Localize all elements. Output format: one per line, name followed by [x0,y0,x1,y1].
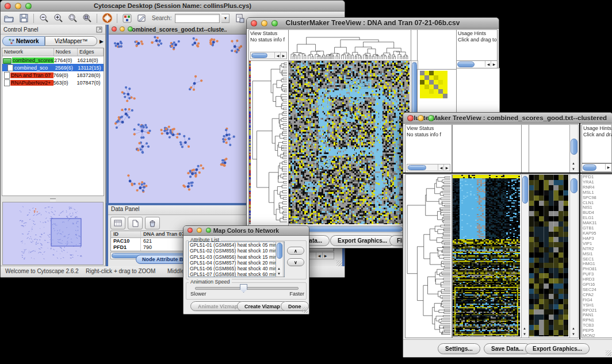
matrix-cell[interactable] [420,75,424,80]
settings-button[interactable]: Settings... [438,343,480,354]
hints-hscrollbar[interactable]: ▶ [582,163,612,172]
matrix-cell[interactable] [434,75,438,80]
attribute-list-vscrollbar[interactable]: ▲▼ [276,242,284,277]
attribute-item[interactable]: GPL51-07 (GSM868) heat shock 60 min [190,271,284,277]
matrix-cell[interactable] [443,75,447,80]
vizmap-icon[interactable] [121,13,133,24]
annotation-icon[interactable] [135,13,148,24]
matrix-cell[interactable] [424,80,429,85]
attribute-list[interactable]: GPL51-01 (GSM854) heat shock 05 minGPL51… [188,242,285,277]
matrix-cell[interactable] [434,89,438,94]
close-button[interactable] [188,228,193,233]
matrix-cell[interactable] [424,94,429,98]
matrix-cell[interactable] [434,71,438,75]
matrix-cell[interactable] [443,85,447,89]
scrollbar-thumb[interactable] [583,164,596,171]
matrix-cell[interactable] [438,80,443,85]
search-input[interactable] [175,14,220,23]
matrix-cell[interactable] [434,94,438,98]
close-button[interactable] [251,20,257,26]
attribute-item[interactable]: GPL51-04 (GSM857) heat shock 20 min [190,260,284,266]
attribute-batch-icon[interactable] [234,13,246,24]
matrix-cell[interactable] [443,89,447,94]
scrollbar-thumb[interactable] [408,165,426,170]
network-frame-titlebar[interactable]: combined_scores_good.txt--cluste... [109,25,247,35]
dialog-titlebar[interactable]: Map Colors to Network [183,226,309,236]
matrix-cell[interactable] [424,71,429,75]
matrix-cell[interactable] [424,75,429,80]
matrix-cell[interactable] [429,80,434,85]
search-dropdown-button[interactable]: ▼ [221,14,230,23]
more-tabs-arrow[interactable]: ▶ [100,39,104,44]
zoom-button[interactable] [128,26,133,32]
hints-hscrollbar[interactable]: ◀▶ [456,60,498,68]
row-dendrogram[interactable] [405,174,452,338]
resize-grip[interactable] [606,350,611,356]
heatmap-vscrollbar[interactable]: ▲▼ [521,174,529,338]
matrix-cell[interactable] [438,75,443,80]
minimize-button[interactable] [197,228,202,233]
matrix-cell[interactable] [429,94,434,98]
main-heatmap[interactable] [452,174,522,338]
panel-divider[interactable] [2,197,104,202]
new-attribute-icon[interactable] [128,217,143,229]
matrix-cell[interactable] [429,71,434,75]
create-vizmap-button[interactable]: Create Vizmap [237,301,288,311]
zoom-button[interactable] [428,115,434,121]
matrix-cell[interactable] [434,85,438,89]
save-icon[interactable] [17,13,30,24]
treeview2-titlebar[interactable]: ClusterMaker TreeView : combined_scores_… [403,113,612,124]
attribute-item[interactable]: GPL51-02 (GSM855) heat shock 10 min [190,248,284,254]
matrix-cell[interactable] [443,71,447,75]
close-button[interactable] [407,115,414,121]
network-view[interactable] [109,35,242,209]
scrollbar-thumb[interactable] [571,178,577,193]
matrix-cell[interactable] [443,80,447,85]
matrix-cell[interactable] [443,94,447,98]
matrix-cell[interactable] [438,71,443,75]
matrix-cell[interactable] [438,94,443,98]
matrix-cell[interactable] [429,89,434,94]
move-up-button[interactable]: ∧ [287,247,304,255]
zoom-button[interactable] [206,228,211,233]
row-dendrogram[interactable] [248,60,289,226]
network-list-row[interactable]: combined_scores 2764(0) 16218(0) [2,56,104,64]
column-labels-vscrollbar[interactable]: ▲▼ [569,124,579,173]
column-dendrogram[interactable] [288,29,411,61]
select-attributes-icon[interactable] [110,217,125,229]
minimize-button[interactable] [120,26,125,32]
main-heatmap[interactable] [288,60,411,226]
matrix-cell[interactable] [420,71,424,75]
close-button[interactable] [112,26,117,32]
zoom-in-icon[interactable] [52,13,64,24]
network-list-row[interactable]: DNA and Tran 07 769(0) 183728(0) [2,71,104,79]
matrix-cell[interactable] [429,85,434,89]
scrollbar-thumb[interactable] [457,62,475,67]
treeview1-titlebar[interactable]: ClusterMaker TreeView : DNA and Tran 07-… [247,18,499,29]
open-folder-icon[interactable] [3,13,16,24]
matrix-cell[interactable] [434,80,438,85]
status-hscrollbar[interactable]: ◀▶ [407,164,450,171]
network-list-row[interactable]: RNAPuberNov2+ 563(0) 107847(0) [2,79,104,86]
matrix-cell[interactable] [438,85,443,89]
matrix-cell[interactable] [424,89,429,94]
zoom-out-icon[interactable] [37,13,50,24]
resize-grip[interactable] [302,307,308,313]
matrix-cell[interactable] [438,89,443,94]
attribute-item[interactable]: GPL51-01 (GSM854) heat shock 05 min [190,242,284,248]
minimize-button[interactable] [261,20,267,26]
resize-grip[interactable] [336,260,342,266]
scrollbar-thumb[interactable] [251,53,267,58]
matrix-cell[interactable] [429,75,434,80]
matrix-cell[interactable] [420,85,424,89]
export-graphics-button[interactable]: Export Graphics... [525,343,590,354]
tab-vizmapper[interactable]: VizMapper™ [45,36,97,46]
zoom-button[interactable] [25,3,32,9]
cytoscape-titlebar[interactable]: Cytoscape Desktop (Session Name: collins… [1,1,345,12]
scrollbar-thumb[interactable] [277,243,282,259]
move-down-button[interactable]: ∨ [287,258,304,266]
close-button[interactable] [5,3,11,9]
network-overview-panel[interactable] [2,202,104,265]
minimize-button[interactable] [418,115,424,121]
tab-network[interactable]: Network [2,36,45,46]
